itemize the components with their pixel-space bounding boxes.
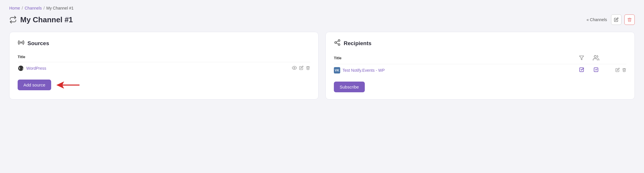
add-source-button[interactable]: Add source bbox=[18, 80, 51, 90]
red-arrow-annotation bbox=[56, 80, 79, 90]
recipient-filter-check[interactable] bbox=[579, 68, 584, 73]
svg-line-7 bbox=[336, 41, 338, 42]
breadcrumb-channels[interactable]: Channels bbox=[25, 6, 42, 10]
sources-card-header: Sources bbox=[18, 39, 310, 48]
svg-rect-11 bbox=[594, 68, 598, 72]
recipients-table: Title bbox=[334, 53, 626, 76]
recipient-group-check[interactable] bbox=[593, 68, 599, 73]
recipient-row-actions bbox=[603, 68, 626, 73]
recipients-col-filter bbox=[574, 53, 589, 64]
svg-point-0 bbox=[21, 42, 22, 43]
delete-recipient-button[interactable] bbox=[622, 68, 626, 73]
delete-channel-button[interactable] bbox=[624, 14, 635, 25]
recipients-card-header: Recipients bbox=[334, 39, 626, 48]
recipients-col-title: Title bbox=[334, 53, 574, 64]
breadcrumb: Home / Channels / My Channel #1 bbox=[9, 6, 635, 10]
vk-icon: VK bbox=[334, 67, 340, 73]
breadcrumb-sep-2: / bbox=[43, 6, 45, 10]
view-source-button[interactable] bbox=[292, 65, 297, 71]
delete-source-button[interactable] bbox=[306, 66, 310, 71]
svg-marker-8 bbox=[580, 56, 584, 60]
sources-table: Title WordPress bbox=[18, 53, 310, 74]
sources-card: Sources Title WordPr bbox=[9, 32, 319, 100]
svg-point-1 bbox=[294, 67, 295, 68]
sources-icon bbox=[18, 39, 25, 48]
table-row: WordPress bbox=[18, 62, 310, 75]
edit-source-button[interactable] bbox=[299, 66, 304, 71]
breadcrumb-home[interactable]: Home bbox=[9, 6, 20, 10]
recipient-label: Test Notify.Events - WP bbox=[343, 68, 385, 73]
back-to-channels-link[interactable]: « Channels bbox=[586, 17, 607, 22]
add-source-wrapper: Add source bbox=[18, 80, 310, 90]
edit-recipient-button[interactable] bbox=[615, 68, 620, 73]
sources-col-title: Title bbox=[18, 53, 284, 62]
source-row-actions bbox=[284, 65, 310, 71]
breadcrumb-sep-1: / bbox=[22, 6, 23, 10]
channel-icon bbox=[9, 16, 17, 23]
svg-point-9 bbox=[594, 56, 596, 58]
recipient-name: VK Test Notify.Events - WP bbox=[334, 67, 574, 73]
page-header: My Channel #1 « Channels bbox=[9, 14, 635, 25]
header-actions: « Channels bbox=[586, 14, 635, 25]
sources-card-title: Sources bbox=[27, 40, 49, 47]
svg-line-6 bbox=[336, 43, 338, 44]
source-name: WordPress bbox=[18, 65, 284, 71]
recipients-card-title: Recipients bbox=[344, 40, 371, 47]
wordpress-label: WordPress bbox=[26, 66, 46, 71]
breadcrumb-current: My Channel #1 bbox=[46, 6, 73, 10]
recipients-icon bbox=[334, 39, 341, 48]
cards-row: Sources Title WordPr bbox=[9, 32, 635, 100]
page-title-group: My Channel #1 bbox=[9, 15, 73, 24]
recipients-col-group bbox=[589, 53, 603, 64]
recipients-card: Recipients Title bbox=[325, 32, 635, 100]
wordpress-icon bbox=[18, 65, 24, 71]
svg-marker-2 bbox=[56, 81, 79, 89]
edit-channel-button[interactable] bbox=[611, 14, 621, 25]
svg-rect-10 bbox=[580, 68, 584, 72]
subscribe-button[interactable]: Subscribe bbox=[334, 82, 365, 92]
table-row: VK Test Notify.Events - WP bbox=[334, 64, 626, 77]
page-title: My Channel #1 bbox=[20, 15, 73, 24]
